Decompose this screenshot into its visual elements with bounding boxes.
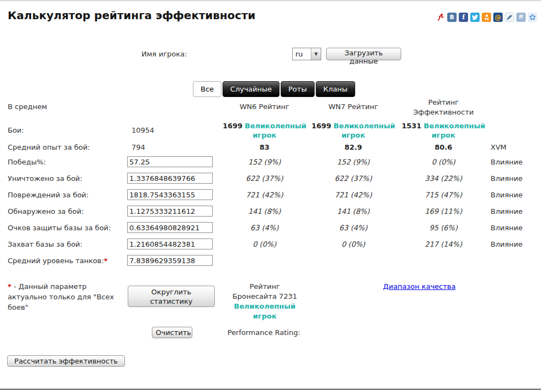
mailru-icon[interactable]: @	[493, 13, 503, 22]
player-name-label: Имя игрока:	[141, 50, 187, 58]
quality-range-link[interactable]: Диапазон качества	[383, 282, 455, 291]
clear-button[interactable]: Очистить	[152, 327, 192, 338]
table-header-row: В среднем WN6 Рейтинг WN7 Рейтинг Рейтин…	[0, 94, 541, 118]
avg-tier-input[interactable]	[127, 255, 213, 266]
row-wn7-value: 0 (0%)	[308, 237, 398, 251]
player-name-input[interactable]	[198, 48, 288, 60]
row-wn6-value: 152 (9%)	[219, 155, 310, 169]
influence-label: Влияние	[491, 171, 540, 185]
wn7-score: 1699	[311, 122, 331, 130]
vkontakte-icon[interactable]: В	[447, 13, 457, 22]
required-asterisk: *	[104, 257, 108, 265]
twitter-icon[interactable]	[470, 13, 480, 22]
avg-exp-wn7: 82.9	[308, 140, 398, 154]
row-wn7-value: 152 (9%)	[308, 155, 398, 169]
facebook-icon[interactable]: f	[459, 13, 468, 22]
wn6-rating: 1699 Великолепный игрок	[219, 120, 310, 140]
note-asterisk: *	[8, 282, 12, 291]
calculate-button[interactable]: Рассчитать эффективность	[7, 355, 125, 367]
person-glyph	[483, 14, 490, 21]
row-re-value: 169 (11%)	[397, 204, 489, 218]
wn6-score: 1699	[223, 122, 242, 130]
quality-range-wrap: Диапазон качества	[351, 282, 488, 291]
table-row-capture: Захват базы за бой: 0 (0%) 0 (0%) 217 (1…	[0, 237, 541, 251]
bronesite-rating: Рейтинг Бронесайта 7231 Великолепный игр…	[229, 282, 301, 321]
runner-glyph	[436, 13, 445, 21]
row-label: Уничтожено за бой:	[8, 171, 125, 185]
capture-input[interactable]	[127, 238, 213, 249]
page-title: Калькулятор рейтинга эффективности	[8, 9, 255, 22]
server-select[interactable]: ru ▼	[292, 48, 321, 60]
influence-label: Влияние	[491, 237, 540, 251]
damage-input[interactable]	[127, 189, 213, 200]
row-label: Очков защиты базы за бой:	[8, 220, 125, 235]
row-label: Обнаружено за бой:	[8, 204, 125, 218]
table-row-winrate: Победы%: 152 (9%) 152 (9%) 0 (0%) Влияни…	[0, 155, 541, 169]
server-select-value: ru	[293, 48, 311, 60]
row-label: Захват базы за бой:	[8, 237, 125, 251]
avg-exp-re: 80.6	[397, 140, 489, 154]
row-re-value: 0 (0%)	[397, 155, 489, 169]
efficiency-grade: Великолепный игрок	[424, 122, 485, 139]
efficiency-score: 1531	[402, 122, 422, 130]
efficiency-rating: 1531 Великолепный игрок	[397, 120, 489, 140]
row-wn7-value: 721 (42%)	[308, 188, 398, 202]
chevron-down-icon: ▼	[311, 48, 321, 60]
header-wn6: WN6 Рейтинг	[219, 94, 310, 118]
load-data-button[interactable]: Загрузить данные	[326, 48, 401, 60]
table-row-defense: Очков защиты базы за бой: 63 (4%) 63 (4%…	[0, 220, 541, 235]
row-wn7-value: 622 (37%)	[308, 171, 398, 185]
defense-input[interactable]	[127, 222, 213, 233]
row-wn6-value: 0 (0%)	[219, 237, 310, 251]
table-row-damage: Повреждений за бой: 721 (42%) 721 (42%) …	[0, 188, 541, 202]
top-divider	[0, 0, 541, 1]
xvm-label: XVM	[491, 140, 540, 154]
row-wn6-value: 63 (4%)	[219, 220, 310, 235]
header-wn7: WN7 Рейтинг	[308, 94, 398, 118]
row-wn7-value: 141 (8%)	[308, 204, 398, 218]
influence-label: Влияние	[491, 204, 540, 218]
row-wn6-value: 622 (37%)	[219, 171, 310, 185]
table-row-frags: Уничтожено за бой: 622 (37%) 622 (37%) 3…	[0, 171, 541, 185]
row-wn7-value: 63 (4%)	[308, 220, 398, 235]
share-bar: В f @ ff	[436, 13, 537, 22]
odnoklassniki-icon[interactable]	[482, 13, 491, 22]
avg-exp-value: 794	[132, 140, 218, 154]
bronesite-text: Рейтинг Бронесайта 7231	[232, 282, 297, 300]
table-row-spotted: Обнаружено за бой: 141 (8%) 141 (8%) 169…	[0, 204, 541, 218]
round-stats-button[interactable]: Округлить статистику	[128, 286, 215, 307]
row-re-value: 715 (47%)	[397, 188, 489, 202]
pencil-glyph	[506, 14, 513, 21]
bottom-divider	[0, 389, 541, 390]
spotted-input[interactable]	[127, 206, 213, 217]
wn7-rating: 1699 Великолепный игрок	[308, 120, 398, 140]
header-efficiency: Рейтинг Эффективности	[397, 94, 489, 118]
row-label: Средний уровень танков:	[8, 257, 104, 265]
winrate-input[interactable]	[127, 156, 213, 167]
row-re-value: 95 (6%)	[397, 220, 489, 235]
table-row-avg-tier: Средний уровень танков:*	[0, 253, 541, 268]
bronesite-grade: Великолепный игрок	[234, 302, 295, 320]
row-re-value: 217 (14%)	[397, 237, 489, 251]
flower-glyph	[529, 14, 536, 21]
share-icon[interactable]	[528, 13, 537, 22]
livejournal-icon[interactable]	[505, 13, 514, 22]
friendfeed-icon[interactable]: ff	[516, 13, 526, 22]
header-average: В среднем	[8, 94, 125, 118]
row-label: Победы%:	[8, 155, 125, 169]
liveinternet-icon[interactable]	[436, 13, 445, 22]
frags-input[interactable]	[127, 173, 213, 184]
influence-label: Влияние	[491, 188, 540, 202]
wn7-grade: Великолепный игрок	[334, 122, 395, 139]
note-text: - Данный параметр актуально только для "…	[8, 282, 114, 311]
avg-exp-wn6: 83	[219, 140, 310, 154]
row-re-value: 334 (22%)	[397, 171, 489, 185]
calculator-page: Калькулятор рейтинга эффективности В f @…	[0, 0, 541, 392]
avg-exp-label: Средний опыт за бой:	[8, 140, 125, 154]
battles-label: Бои:	[8, 120, 125, 140]
battles-value: 10954	[132, 120, 218, 140]
twitter-bird-glyph	[471, 14, 479, 21]
influence-label: Влияние	[491, 220, 540, 235]
row-wn6-value: 141 (8%)	[219, 204, 310, 218]
influence-label: Влияние	[491, 155, 540, 169]
